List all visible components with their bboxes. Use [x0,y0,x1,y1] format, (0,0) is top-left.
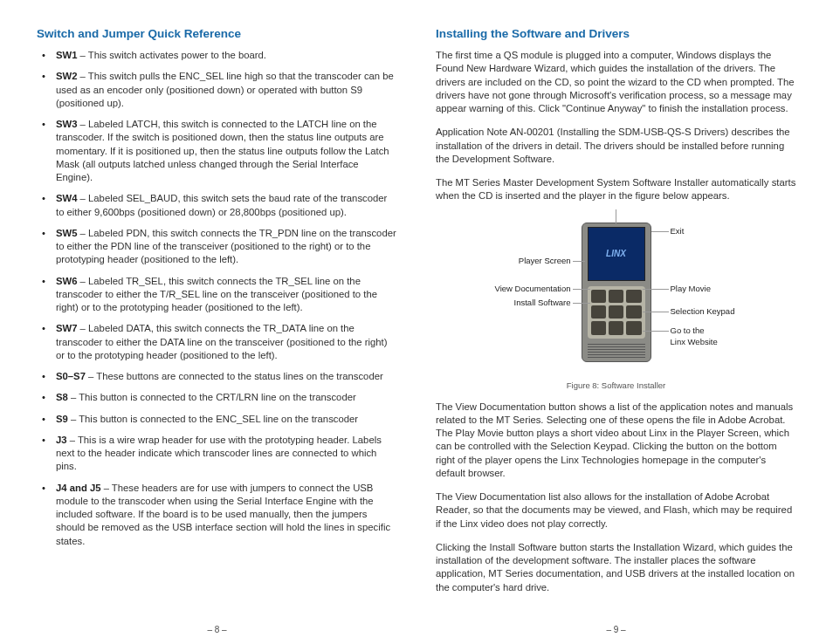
list-item: S9 – This button is connected to the ENC… [49,413,397,426]
item-text: – Labeled PDN, this switch connects the … [56,228,396,265]
item-text: – This switch pulls the ENC_SEL line hig… [56,71,394,108]
item-text: – This button is connected to the CRT/LR… [68,392,356,402]
list-item: SW2 – This switch pulls the ENC_SEL line… [49,70,397,110]
callout-line [573,289,590,290]
callout-line [643,289,669,290]
paragraph: The View Documentation list also allows … [436,490,796,531]
software-installer-figure: LINX Player Screen View Documentation In… [468,223,765,375]
right-heading: Installing the Software and Drivers [436,26,796,42]
page-number-left: – 8 – [37,615,397,636]
list-item: J4 and J5 – These headers are for use wi… [49,482,397,548]
switch-list: SW1 – This switch activates power to the… [37,49,397,556]
item-label: SW7 [56,323,77,333]
list-item: S0–S7 – These buttons are connected to t… [49,370,397,383]
item-label: SW2 [56,71,77,81]
player-screen-icon: LINX [588,227,645,281]
callout-player-screen: Player Screen [468,256,571,267]
list-item: S8 – This button is connected to the CRT… [49,391,397,404]
left-heading: Switch and Jumper Quick Reference [37,26,397,42]
list-item: J3 – This is a wire wrap header for use … [49,434,397,474]
item-text: – This button is connected to the ENC_SE… [68,414,358,424]
player-device-icon: LINX [582,223,651,362]
item-label: SW6 [56,276,77,286]
item-label: SW3 [56,119,77,129]
callout-view-documentation: View Documentation [468,284,571,295]
right-page: Installing the Software and Drivers The … [416,26,816,635]
callout-line [651,231,669,232]
list-item: SW6 – Labeled TR_SEL, this switch connec… [49,275,397,315]
left-page: Switch and Jumper Quick Reference SW1 – … [17,26,416,635]
item-label: SW1 [56,50,77,60]
page-number-right: – 9 – [436,615,796,636]
figure-caption: Figure 8: Software Installer [436,380,796,392]
item-text: – Labeled DATA, this switch connects the… [56,323,387,360]
callout-line [643,331,669,332]
item-label: J3 [56,435,67,445]
item-label: S9 [56,414,68,424]
paragraph: The first time a QS module is plugged in… [436,49,796,115]
paragraph: Clicking the Install Software button sta… [436,541,796,594]
item-text: – Labeled SEL_BAUD, this switch sets the… [56,193,387,216]
item-text: – These buttons are connected to the sta… [86,371,383,381]
speaker-icon [588,342,645,358]
callout-exit: Exit [671,226,685,237]
paragraph: The MT Series Master Development System … [436,176,796,203]
item-text: – Labeled TR_SEL, this switch connects t… [56,276,377,313]
antenna-icon [616,209,616,223]
item-text: – This is a wire wrap header for use wit… [56,435,382,472]
item-label: S8 [56,392,68,402]
callout-selection-keypad: Selection Keypad [671,306,735,318]
callout-line [573,303,590,304]
item-text: – This switch activates power to the boa… [77,50,265,60]
item-label: J4 and J5 [56,483,101,493]
callout-install-software: Install Software [468,298,571,309]
item-label: SW4 [56,193,77,203]
item-label: SW5 [56,228,77,238]
item-text: – Labeled LATCH, this switch is connecte… [56,119,389,182]
callout-play-movie: Play Movie [671,284,711,295]
paragraph: Application Note AN-00201 (Installing th… [436,126,796,166]
list-item: SW4 – Labeled SEL_BAUD, this switch sets… [49,192,397,219]
list-item: SW3 – Labeled LATCH, this switch is conn… [49,118,397,184]
paragraph: The View Documentation button shows a li… [436,401,796,481]
item-label: S0–S7 [56,371,86,381]
callout-line [573,261,585,262]
item-text: – These headers are for use with jumpers… [56,483,390,546]
list-item: SW1 – This switch activates power to the… [49,49,397,62]
callout-line [643,312,669,312]
list-item: SW7 – Labeled DATA, this switch connects… [49,322,397,362]
figure-wrap: LINX Player Screen View Documentation In… [436,223,796,375]
list-item: SW5 – Labeled PDN, this switch connects … [49,227,397,267]
callout-linx-website: Go to the Linx Website [671,325,718,348]
selection-keypad-icon [588,286,645,339]
